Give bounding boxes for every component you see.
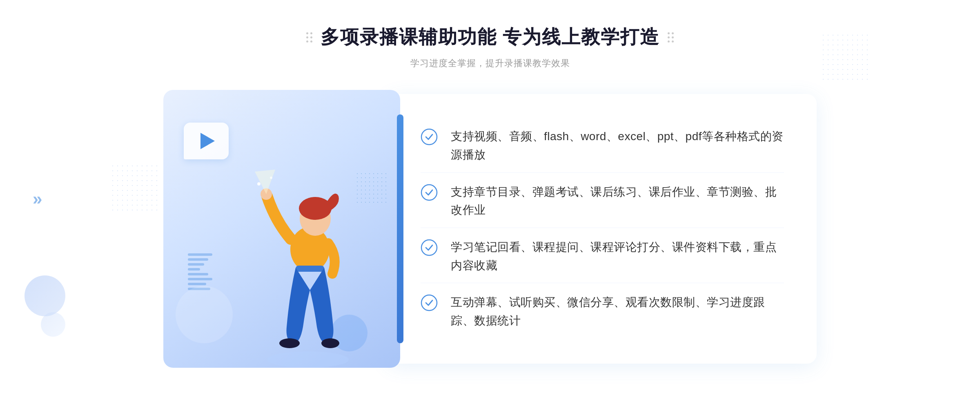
check-icon-2	[421, 184, 438, 201]
svg-point-9	[270, 177, 272, 179]
header-section: 多项录播课辅助功能 专为线上教学打造 学习进度全掌握，提升录播课教学效果	[306, 25, 674, 69]
stripe-5	[188, 273, 208, 275]
stripe-4	[188, 268, 200, 271]
stripe-7	[188, 283, 206, 285]
title-wrapper: 多项录播课辅助功能 专为线上教学打造	[306, 25, 674, 50]
svg-rect-5	[296, 266, 324, 272]
feature-item-3: 学习笔记回看、课程提问、课程评论打分、课件资料下载，重点内容收藏	[421, 230, 784, 284]
stripe-3	[188, 263, 204, 266]
svg-point-8	[257, 182, 261, 186]
blob-decoration-1	[24, 275, 65, 316]
deco-circle-large	[176, 286, 233, 343]
check-icon-1	[421, 128, 438, 145]
svg-point-12	[421, 240, 437, 255]
dot-pattern-left	[110, 163, 159, 212]
content-panel: 支持视频、音频、flash、word、excel、ppt、pdf等各种格式的资源…	[388, 94, 817, 364]
play-bubble	[184, 123, 229, 159]
feature-item-4: 互动弹幕、试听购买、微信分享、观看次数限制、学习进度跟踪、数据统计	[421, 285, 784, 338]
dots-left	[306, 32, 312, 42]
stripe-6	[188, 278, 212, 280]
svg-point-7	[321, 338, 339, 348]
svg-point-13	[421, 295, 437, 311]
svg-point-11	[421, 185, 437, 200]
svg-point-6	[279, 338, 300, 348]
person-illustration	[243, 139, 373, 368]
dots-right	[668, 32, 674, 42]
feature-text-4: 互动弹幕、试听购买、微信分享、观看次数限制、学习进度跟踪、数据统计	[451, 293, 784, 330]
feature-text-3: 学习笔记回看、课程提问、课程评论打分、课件资料下载，重点内容收藏	[451, 238, 784, 275]
far-left-arrows-decoration: »	[33, 189, 42, 209]
feature-item-2: 支持章节目录、弹题考试、课后练习、课后作业、章节测验、批改作业	[421, 175, 784, 228]
main-content: 支持视频、音频、flash、word、excel、ppt、pdf等各种格式的资源…	[163, 90, 817, 368]
svg-point-0	[267, 351, 349, 368]
svg-point-3	[299, 197, 332, 220]
page-container: » 多项录播课辅助功能 专为线上教学打造 学习进度全掌握，提升录播课教学效果	[0, 0, 980, 398]
feature-text-2: 支持章节目录、弹题考试、课后练习、课后作业、章节测验、批改作业	[451, 183, 784, 220]
blob-decoration-2	[41, 312, 65, 337]
feature-text-1: 支持视频、音频、flash、word、excel、ppt、pdf等各种格式的资源…	[451, 127, 784, 164]
feature-item-1: 支持视频、音频、flash、word、excel、ppt、pdf等各种格式的资源…	[421, 119, 784, 173]
svg-point-10	[421, 129, 437, 145]
check-icon-4	[421, 294, 438, 311]
play-icon	[200, 133, 215, 149]
stripe-1	[188, 253, 212, 256]
dot-pattern-right	[821, 33, 870, 82]
check-icon-3	[421, 239, 438, 256]
illustration-card	[163, 90, 400, 368]
stripe-2	[188, 258, 208, 261]
page-title: 多项录播课辅助功能 专为线上教学打造	[321, 25, 660, 50]
page-subtitle: 学习进度全掌握，提升录播课教学效果	[306, 57, 674, 69]
